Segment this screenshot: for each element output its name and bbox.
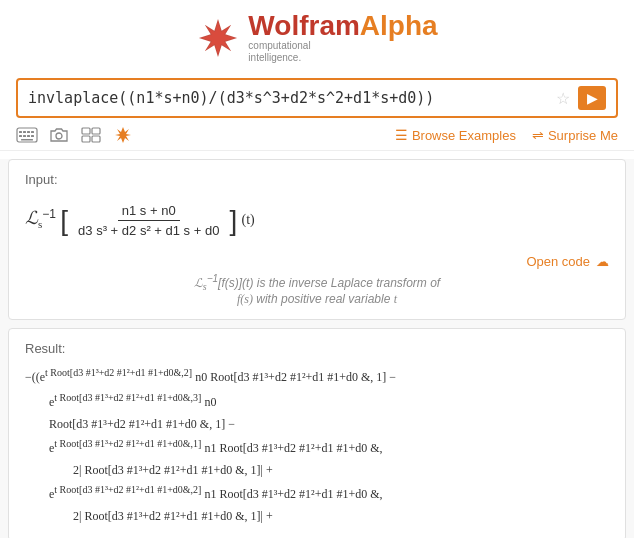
toolbar: ☰ Browse Examples ⇌ Surprise Me — [0, 122, 634, 151]
svg-rect-6 — [31, 131, 34, 133]
input-math-display: ℒs−1 [ n1 s + n0 d3 s³ + d2 s² + d1 s + … — [25, 195, 609, 246]
numerator: n1 s + n0 — [118, 203, 180, 221]
camera-icon[interactable] — [48, 126, 70, 144]
search-box: ☆ ▶ — [16, 78, 618, 118]
keyboard-icon[interactable] — [16, 126, 38, 144]
go-button[interactable]: ▶ — [578, 86, 606, 110]
cloud-icon[interactable]: ☁ — [596, 254, 609, 269]
surprise-me-label: Surprise Me — [548, 128, 618, 143]
open-code-link[interactable]: Open code — [526, 254, 590, 269]
logo-tagline: computational intelligence. — [248, 40, 437, 64]
search-input[interactable] — [28, 89, 556, 107]
svg-rect-8 — [23, 135, 26, 137]
grid-icon[interactable] — [80, 126, 102, 144]
svg-rect-16 — [92, 136, 100, 142]
svg-marker-17 — [115, 127, 131, 143]
result-line-3: Root[d3 #1³+d2 #1²+d1 #1+d0 &, 1] − — [25, 414, 609, 436]
header: WolframAlpha computational intelligence. — [0, 0, 634, 72]
result-label: Result: — [25, 341, 609, 356]
svg-rect-3 — [19, 131, 22, 133]
wolfram-star-icon — [196, 16, 240, 60]
logo-container: WolframAlpha computational intelligence. — [196, 12, 437, 64]
t-variable: (t) — [242, 212, 255, 227]
right-bracket: ] — [230, 205, 238, 236]
shuffle-icon: ⇌ — [532, 127, 544, 143]
bookmark-icon[interactable]: ☆ — [556, 89, 570, 108]
left-bracket: [ — [60, 205, 68, 236]
wolfram-word: Wolfram — [248, 10, 360, 41]
svg-point-12 — [56, 133, 62, 139]
toolbar-right: ☰ Browse Examples ⇌ Surprise Me — [395, 127, 618, 143]
browse-examples-button[interactable]: ☰ Browse Examples — [395, 127, 516, 143]
logo-text: WolframAlpha computational intelligence. — [248, 12, 437, 64]
go-arrow-icon: ▶ — [587, 90, 598, 106]
input-label: Input: — [25, 172, 609, 187]
result-line-6: et Root[d3 #1³+d2 #1²+d1 #1+d0&,2] n1 Ro… — [25, 481, 609, 506]
browse-examples-label: Browse Examples — [412, 128, 516, 143]
wolfram-small-icon[interactable] — [112, 126, 134, 144]
result-line-1: −((et Root[d3 #1³+d2 #1²+d1 #1+d0&,2] n0… — [25, 364, 609, 389]
surprise-me-button[interactable]: ⇌ Surprise Me — [532, 127, 618, 143]
input-section: Input: ℒs−1 [ n1 s + n0 d3 s³ + d2 s² + … — [8, 159, 626, 320]
result-section: Result: −((et Root[d3 #1³+d2 #1²+d1 #1+d… — [8, 328, 626, 538]
svg-rect-7 — [19, 135, 22, 137]
denominator: d3 s³ + d2 s² + d1 s + d0 — [74, 221, 223, 238]
result-math: −((et Root[d3 #1³+d2 #1²+d1 #1+d0&,2] n0… — [25, 364, 609, 527]
svg-rect-11 — [21, 139, 33, 141]
menu-icon: ☰ — [395, 127, 408, 143]
toolbar-left — [16, 126, 134, 144]
description-math: ℒ — [194, 276, 203, 290]
math-description: ℒs−1[f(s)](t) is the inverse Laplace tra… — [25, 273, 609, 307]
math-fraction: n1 s + n0 d3 s³ + d2 s² + d1 s + d0 — [74, 203, 223, 238]
logo-wordmark: WolframAlpha — [248, 12, 437, 40]
description-line2: f(s) — [237, 292, 253, 306]
svg-rect-14 — [92, 128, 100, 134]
svg-rect-13 — [82, 128, 90, 134]
alpha-word: Alpha — [360, 10, 438, 41]
result-line-4: et Root[d3 #1³+d2 #1²+d1 #1+d0&,1] n1 Ro… — [25, 435, 609, 460]
svg-rect-9 — [27, 135, 30, 137]
content: Input: ℒs−1 [ n1 s + n0 d3 s³ + d2 s² + … — [0, 159, 634, 538]
superscript: −1 — [42, 207, 56, 221]
open-code-row: Open code ☁ — [25, 254, 609, 269]
script-L: ℒ — [25, 208, 38, 228]
result-line-5: 2| Root[d3 #1³+d2 #1²+d1 #1+d0 &, 1]| + — [25, 460, 609, 482]
svg-rect-4 — [23, 131, 26, 133]
search-icons: ☆ ▶ — [556, 86, 606, 110]
svg-rect-5 — [27, 131, 30, 133]
result-line-2: et Root[d3 #1³+d2 #1²+d1 #1+d0&,3] n0 — [25, 389, 609, 414]
result-line-7: 2| Root[d3 #1³+d2 #1²+d1 #1+d0 &, 1]| + — [25, 506, 609, 528]
search-area: ☆ ▶ — [0, 72, 634, 122]
svg-rect-15 — [82, 136, 90, 142]
svg-rect-10 — [31, 135, 34, 137]
